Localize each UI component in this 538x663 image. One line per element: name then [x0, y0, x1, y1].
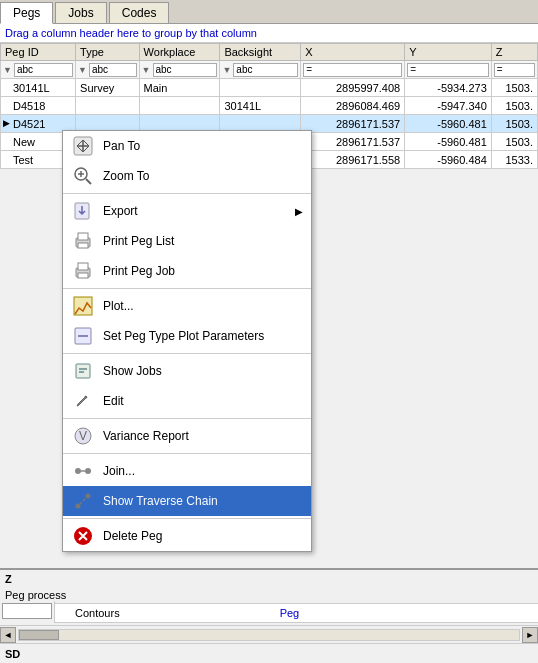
cell-y: -5947.340 — [405, 97, 492, 115]
menu-label-show-jobs: Show Jobs — [103, 364, 303, 378]
cell-z: 1533. — [491, 151, 537, 169]
col-header-peg-id[interactable]: Peg ID — [1, 44, 76, 61]
svg-point-22 — [86, 494, 91, 499]
variance-icon: V — [71, 424, 95, 448]
menu-label-show-traverse: Show Traverse Chain — [103, 494, 303, 508]
cell-y: -5960.481 — [405, 133, 492, 151]
menu-item-set-peg-type[interactable]: Set Peg Type Plot Parameters — [63, 321, 311, 351]
tab-jobs[interactable]: Jobs — [55, 2, 106, 23]
cell-peg-id: New — [13, 136, 35, 148]
cell-workplace — [139, 97, 220, 115]
filter-input-type[interactable] — [89, 63, 137, 77]
cell-x: 2895997.408 — [301, 79, 405, 97]
menu-item-variance[interactable]: VVariance Report — [63, 421, 311, 451]
sd-label: SD — [5, 648, 20, 660]
cell-x: 2896171.558 — [301, 151, 405, 169]
filter-peg-id: ▼ — [1, 61, 76, 79]
table-header-row: Peg ID Type Workplace Backsight X Y Z — [1, 44, 538, 61]
menu-label-delete-peg: Delete Peg — [103, 529, 303, 543]
filter-type: ▼ — [76, 61, 140, 79]
cell-z: 1503. — [491, 79, 537, 97]
filter-input-z[interactable] — [494, 63, 535, 77]
svg-rect-11 — [78, 273, 88, 278]
tab-pegs[interactable]: Pegs — [0, 2, 53, 24]
side-panel — [0, 601, 55, 623]
filter-input-backsight[interactable] — [233, 63, 298, 77]
horizontal-scrollbar[interactable]: ◄ ► — [0, 625, 538, 643]
menu-item-edit[interactable]: Edit — [63, 386, 311, 416]
hint-text: Drag a column header here to group by th… — [0, 24, 538, 43]
join-icon — [71, 459, 95, 483]
filter-x — [301, 61, 405, 79]
filter-input-y[interactable] — [407, 63, 489, 77]
row-arrow-indicator: ▶ — [3, 118, 10, 128]
menu-item-export[interactable]: Export▶ — [63, 196, 311, 226]
col-header-x[interactable]: X — [301, 44, 405, 61]
tab-codes[interactable]: Codes — [109, 2, 170, 23]
tab-bar: Pegs Jobs Codes — [0, 0, 538, 24]
svg-rect-8 — [78, 243, 88, 248]
export-icon — [71, 199, 95, 223]
filter-input-workplace[interactable] — [153, 63, 218, 77]
peg-link[interactable]: Peg — [280, 607, 300, 619]
menu-label-print-peg-job: Print Peg Job — [103, 264, 303, 278]
menu-label-variance: Variance Report — [103, 429, 303, 443]
contours-row: Contours Peg — [0, 603, 538, 623]
scroll-thumb[interactable] — [19, 630, 59, 640]
col-header-z[interactable]: Z — [491, 44, 537, 61]
svg-line-2 — [86, 179, 91, 184]
status-bar: SD — [0, 643, 538, 663]
menu-item-join[interactable]: Join... — [63, 456, 311, 486]
filter-icon-backsight: ▼ — [222, 65, 231, 75]
svg-line-23 — [80, 498, 87, 505]
filter-icon-peg-id: ▼ — [3, 65, 12, 75]
scroll-left-button[interactable]: ◄ — [0, 627, 16, 643]
filter-z — [491, 61, 537, 79]
cell-peg-id: D4521 — [13, 118, 45, 130]
cell-backsight — [220, 79, 301, 97]
col-header-y[interactable]: Y — [405, 44, 492, 61]
menu-label-plot: Plot... — [103, 299, 303, 313]
col-header-workplace[interactable]: Workplace — [139, 44, 220, 61]
menu-separator-separator6 — [63, 518, 311, 519]
contours-label: Contours — [75, 607, 120, 619]
scroll-right-button[interactable]: ► — [522, 627, 538, 643]
filter-input-x[interactable] — [303, 63, 402, 77]
side-input-1[interactable] — [2, 603, 52, 619]
delete-icon — [71, 524, 95, 548]
col-header-type[interactable]: Type — [76, 44, 140, 61]
z-label: Z — [5, 573, 12, 585]
table-row[interactable]: D451830141L2896084.469-5947.3401503. — [1, 97, 538, 115]
menu-item-print-peg-list[interactable]: Print Peg List — [63, 226, 311, 256]
menu-label-zoom-to: Zoom To — [103, 169, 303, 183]
menu-item-plot[interactable]: Plot... — [63, 291, 311, 321]
menu-item-pan-to[interactable]: Pan To — [63, 131, 311, 161]
svg-text:V: V — [79, 429, 87, 443]
menu-label-export: Export — [103, 204, 295, 218]
svg-rect-15 — [76, 364, 90, 378]
set-peg-icon — [71, 324, 95, 348]
table-row[interactable]: 30141LSurveyMain2895997.408-5934.2731503… — [1, 79, 538, 97]
cell-peg-id: 30141L — [13, 82, 50, 94]
svg-point-18 — [75, 468, 81, 474]
svg-point-19 — [85, 468, 91, 474]
menu-item-print-peg-job[interactable]: Print Peg Job — [63, 256, 311, 286]
menu-label-print-peg-list: Print Peg List — [103, 234, 303, 248]
menu-item-delete-peg[interactable]: Delete Peg — [63, 521, 311, 551]
filter-row: ▼ ▼ ▼ — [1, 61, 538, 79]
menu-item-show-jobs[interactable]: Show Jobs — [63, 356, 311, 386]
menu-label-pan-to: Pan To — [103, 139, 303, 153]
menu-label-join: Join... — [103, 464, 303, 478]
scroll-track[interactable] — [18, 629, 520, 641]
menu-item-show-traverse[interactable]: Show Traverse Chain — [63, 486, 311, 516]
cell-x: 2896084.469 — [301, 97, 405, 115]
cell-type: Survey — [76, 79, 140, 97]
cell-x: 2896171.537 — [301, 133, 405, 151]
svg-rect-10 — [78, 263, 88, 270]
filter-input-peg-id[interactable] — [14, 63, 73, 77]
menu-separator-separator4 — [63, 418, 311, 419]
menu-item-zoom-to[interactable]: Zoom To — [63, 161, 311, 191]
col-header-backsight[interactable]: Backsight — [220, 44, 301, 61]
cell-z: 1503. — [491, 115, 537, 133]
edit-icon — [71, 389, 95, 413]
